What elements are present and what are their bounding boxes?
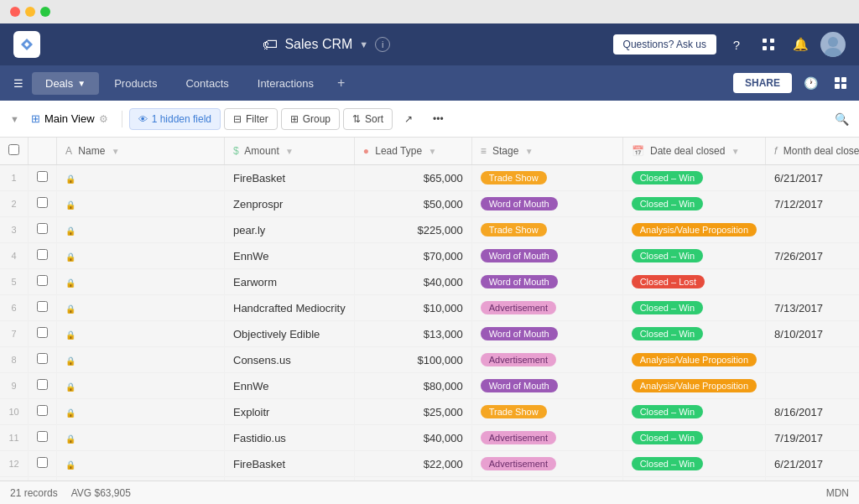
row-checkbox[interactable] <box>29 269 57 295</box>
table-row[interactable]: 11 🔒 Fastidio.us $40,000 Advertisement C… <box>0 425 859 451</box>
ask-button[interactable]: Questions? Ask us <box>613 34 716 55</box>
nav-tab-deals[interactable]: Deals ▼ <box>32 72 99 95</box>
row-checkbox[interactable] <box>29 373 57 399</box>
table-row[interactable]: 1 🔒 FireBasket $65,000 Trade Show Closed… <box>0 165 859 191</box>
name-cell[interactable]: Exploitr <box>225 399 355 425</box>
notifications-icon-button[interactable]: 🔔 <box>789 33 812 56</box>
lead-type-badge: Word of Mouth <box>481 275 558 288</box>
name-cell[interactable]: FireBasket <box>225 165 355 191</box>
row-number: 8 <box>0 347 29 373</box>
name-cell[interactable]: Handcrafted Mediocrity <box>225 295 355 321</box>
table-row[interactable]: 9 🔒 EnnWe $80,000 Word of Mouth Analysis… <box>0 373 859 399</box>
minimize-button[interactable] <box>25 7 35 17</box>
stage-cell: Analysis/Value Proposition <box>622 373 765 399</box>
table-row[interactable]: 5 🔒 Earworm $40,000 Word of Mouth Closed… <box>0 269 859 295</box>
search-icon[interactable]: 🔍 <box>835 112 849 126</box>
svg-rect-9 <box>841 84 846 89</box>
name-cell[interactable]: Earworm <box>225 269 355 295</box>
history-icon-button[interactable]: 🕐 <box>799 71 822 95</box>
view-config-icon[interactable]: ⚙ <box>99 113 108 125</box>
row-checkbox[interactable] <box>29 243 57 269</box>
row-checkbox[interactable] <box>29 451 57 477</box>
date-closed-header[interactable]: 📅 Date deal closed ▼ <box>622 138 765 165</box>
lead-type-badge: Advertisement <box>481 353 556 366</box>
lead-type-col-sort[interactable]: ▼ <box>428 147 436 156</box>
add-tab-button[interactable]: + <box>329 70 353 96</box>
records-count: 21 records <box>10 487 58 499</box>
checkbox-header[interactable] <box>0 138 29 165</box>
lead-type-cell: Trade Show <box>471 399 622 425</box>
month-closed-header[interactable]: f Month deal closed ▼ <box>766 138 859 165</box>
name-cell[interactable]: pear.ly <box>225 217 355 243</box>
name-cell[interactable]: Consens.us <box>225 347 355 373</box>
name-col-sort[interactable]: ▼ <box>112 147 120 156</box>
table-row[interactable]: 12 🔒 FireBasket $22,000 Advertisement Cl… <box>0 451 859 477</box>
table-row[interactable]: 8 🔒 Consens.us $100,000 Advertisement An… <box>0 347 859 373</box>
stage-col-sort[interactable]: ▼ <box>525 147 534 156</box>
view-dropdown-arrow[interactable]: ▼ <box>10 114 19 124</box>
lead-type-cell: Word of Mouth <box>471 243 622 269</box>
view-selector[interactable]: ⊞ Main View ⚙ <box>24 109 115 128</box>
apps-icon-button[interactable] <box>757 33 780 56</box>
row-checkbox[interactable] <box>29 191 57 217</box>
toolbar-search[interactable]: 🔍 <box>835 112 849 126</box>
nav-tab-contacts[interactable]: Contacts <box>172 72 242 95</box>
lead-type-header[interactable]: ● Lead Type ▼ <box>354 138 471 165</box>
group-button[interactable]: ⊞ Group <box>281 108 340 130</box>
table-row[interactable]: 6 🔒 Handcrafted Mediocrity $10,000 Adver… <box>0 295 859 321</box>
hamburger-menu[interactable]: ☰ <box>7 72 30 95</box>
table-row[interactable]: 7 🔒 Objectively Edible $13,000 Word of M… <box>0 321 859 347</box>
amount-header[interactable]: $ Amount ▼ <box>225 138 355 165</box>
name-cell[interactable]: FireBasket <box>225 451 355 477</box>
row-checkbox[interactable] <box>29 295 57 321</box>
title-info-icon[interactable]: i <box>375 37 390 52</box>
filter-button[interactable]: ⊟ Filter <box>224 108 278 130</box>
lead-type-cell: Word of Mouth <box>471 269 622 295</box>
name-cell[interactable]: Zenprospr <box>225 191 355 217</box>
name-cell[interactable]: EnnWe <box>225 373 355 399</box>
table-row[interactable]: 2 🔒 Zenprospr $50,000 Word of Mouth Clos… <box>0 191 859 217</box>
close-button[interactable] <box>10 7 20 17</box>
title-dropdown-icon[interactable]: ▼ <box>359 39 368 49</box>
maximize-button[interactable] <box>40 7 50 17</box>
table-row[interactable]: 4 🔒 EnnWe $70,000 Word of Mouth Closed –… <box>0 243 859 269</box>
group-icon: ⊞ <box>290 113 299 125</box>
help-icon-button[interactable]: ? <box>725 33 748 56</box>
share-button[interactable]: SHARE <box>733 73 792 93</box>
row-lock: 🔒 <box>57 269 225 295</box>
nav-tab-products[interactable]: Products <box>101 72 170 95</box>
row-number: 11 <box>0 425 29 451</box>
date-col-sort[interactable]: ▼ <box>731 147 740 156</box>
sort-button[interactable]: ⇅ Sort <box>343 108 393 130</box>
app-title: Sales CRM <box>284 37 352 52</box>
row-checkbox[interactable] <box>29 321 57 347</box>
select-all-checkbox[interactable] <box>8 144 19 155</box>
row-lock: 🔒 <box>57 347 225 373</box>
more-options-button[interactable]: ••• <box>424 109 452 129</box>
svg-rect-0 <box>763 39 767 43</box>
name-cell[interactable]: Objectively Edible <box>225 321 355 347</box>
amount-col-sort[interactable]: ▼ <box>285 147 294 156</box>
grid-view-icon-button[interactable] <box>829 71 852 95</box>
nav-tab-interactions[interactable]: Interactions <box>244 72 327 95</box>
stage-header[interactable]: ≡ Stage ▼ <box>471 138 622 165</box>
date-closed-cell: 7/13/2017 <box>766 295 859 321</box>
table-row[interactable]: 10 🔒 Exploitr $25,000 Trade Show Closed … <box>0 399 859 425</box>
stage-cell: Closed – Win <box>622 165 765 191</box>
date-closed-cell: 6/21/2017 <box>766 451 859 477</box>
table-row[interactable]: 3 🔒 pear.ly $225,000 Trade Show Analysis… <box>0 217 859 243</box>
amount-col-icon: $ <box>233 145 239 157</box>
row-checkbox[interactable] <box>29 425 57 451</box>
name-cell[interactable]: EnnWe <box>225 243 355 269</box>
name-cell[interactable]: Fastidio.us <box>225 425 355 451</box>
hidden-fields-button[interactable]: 👁 1 hidden field <box>129 108 221 130</box>
row-checkbox[interactable] <box>29 399 57 425</box>
deals-table: A Name ▼ $ Amount ▼ ● Lead Type ▼ ≡ Stag… <box>0 138 859 481</box>
row-checkbox[interactable] <box>29 165 57 191</box>
export-button[interactable]: ↗ <box>396 109 421 129</box>
table-body: 1 🔒 FireBasket $65,000 Trade Show Closed… <box>0 165 859 481</box>
name-header[interactable]: A Name ▼ <box>57 138 225 165</box>
row-checkbox[interactable] <box>29 347 57 373</box>
user-avatar[interactable] <box>820 32 846 57</box>
row-checkbox[interactable] <box>29 217 57 243</box>
